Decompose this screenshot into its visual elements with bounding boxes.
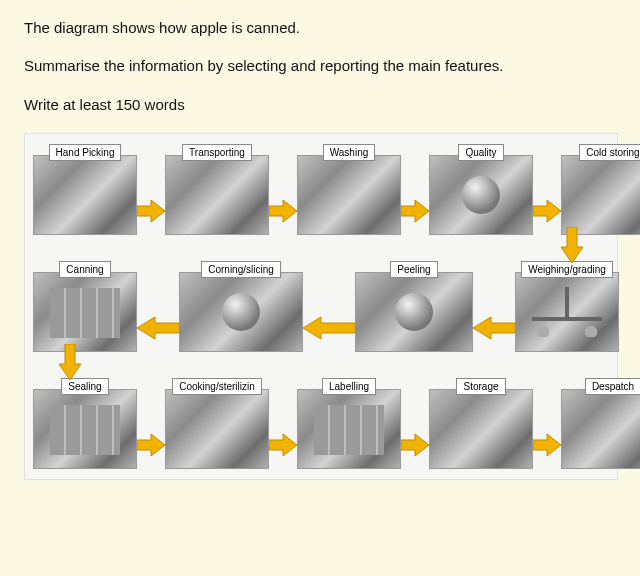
step-image [515,272,619,352]
step-storage: Storage [429,378,533,469]
step-label: Labelling [322,378,376,395]
step-cold-storing: Cold storing [561,144,640,235]
step-image [33,389,137,469]
svg-marker-1 [269,200,297,222]
step-sealing: Sealing [33,378,137,469]
step-image [165,155,269,235]
step-image [33,272,137,352]
arrow-left-icon [137,283,179,374]
step-image [165,389,269,469]
svg-marker-12 [533,434,561,456]
arrow-right-icon [401,166,429,257]
step-quality: Quality [429,144,533,235]
step-label: Corning/slicing [201,261,281,278]
prompt-line-2: Summarise the information by selecting a… [24,56,616,76]
step-despatch: Despatch [561,378,640,469]
arrow-right-icon [137,166,165,257]
step-label: Canning [59,261,110,278]
step-image [297,155,401,235]
step-label: Cooking/sterilizin [172,378,262,395]
step-label: Washing [323,144,376,161]
svg-marker-11 [401,434,429,456]
arrow-right-icon [533,400,561,491]
svg-marker-10 [269,434,297,456]
process-row-2: Canning Corning/slicing Peeling Weighing… [33,261,609,352]
arrow-right-icon [401,400,429,491]
step-image [297,389,401,469]
arrow-left-icon [473,283,515,374]
process-diagram: Hand Picking Transporting Washing Qualit… [24,133,618,480]
process-row-3: Sealing Cooking/sterilizin Labelling Sto… [33,378,609,469]
step-hand-picking: Hand Picking [33,144,137,235]
svg-marker-9 [137,434,165,456]
step-image [429,155,533,235]
process-row-1: Hand Picking Transporting Washing Qualit… [33,144,609,235]
step-transporting: Transporting [165,144,269,235]
step-image [33,155,137,235]
step-label: Hand Picking [49,144,122,161]
step-canning: Canning [33,261,137,352]
step-label: Quality [458,144,503,161]
arrow-right-icon [269,400,297,491]
arrow-left-icon [303,283,355,374]
step-label: Peeling [390,261,437,278]
step-washing: Washing [297,144,401,235]
step-labelling: Labelling [297,378,401,469]
arrow-right-icon [269,166,297,257]
step-cooking-sterilizing: Cooking/sterilizin [165,378,269,469]
svg-marker-6 [303,317,355,339]
step-label: Despatch [585,378,640,395]
svg-marker-7 [473,317,515,339]
prompt-line-1: The diagram shows how apple is canned. [24,18,616,38]
arrow-right-icon [137,400,165,491]
svg-marker-4 [561,227,583,263]
arrow-down-icon [559,227,585,267]
step-image [355,272,473,352]
prompt-line-3: Write at least 150 words [24,95,616,115]
step-peeling: Peeling [355,261,473,352]
svg-marker-0 [137,200,165,222]
step-weighing-grading: Weighing/grading [515,261,619,352]
step-label: Transporting [182,144,252,161]
arrow-down-icon [57,344,83,384]
arrow-right-icon [533,166,561,257]
step-image [429,389,533,469]
svg-marker-8 [59,344,81,380]
svg-marker-2 [401,200,429,222]
step-image [179,272,303,352]
step-image [561,155,640,235]
step-label: Cold storing [579,144,640,161]
step-image [561,389,640,469]
step-label: Storage [456,378,505,395]
svg-marker-5 [137,317,179,339]
step-corning-slicing: Corning/slicing [179,261,303,352]
svg-marker-3 [533,200,561,222]
